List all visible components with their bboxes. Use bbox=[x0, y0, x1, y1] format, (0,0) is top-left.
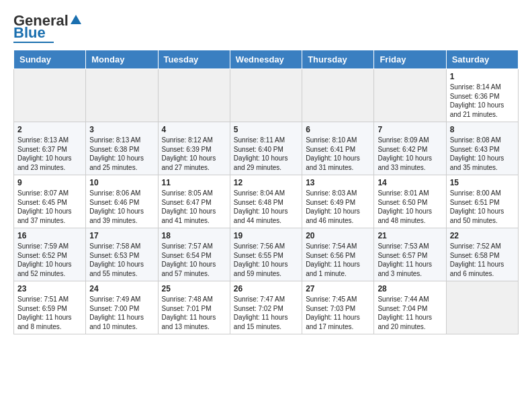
day-info: Sunrise: 8:13 AM Sunset: 6:38 PM Dayligh… bbox=[89, 136, 154, 172]
day-number: 1 bbox=[450, 72, 515, 81]
day-number: 11 bbox=[162, 178, 226, 187]
calendar-cell: 24Sunrise: 7:49 AM Sunset: 7:00 PM Dayli… bbox=[86, 281, 158, 334]
calendar-cell bbox=[230, 69, 302, 122]
day-number: 15 bbox=[450, 178, 515, 187]
day-info: Sunrise: 8:09 AM Sunset: 6:42 PM Dayligh… bbox=[378, 136, 442, 172]
calendar-cell: 12Sunrise: 8:04 AM Sunset: 6:48 PM Dayli… bbox=[230, 175, 302, 228]
calendar-cell: 27Sunrise: 7:45 AM Sunset: 7:03 PM Dayli… bbox=[302, 281, 374, 334]
calendar-cell: 4Sunrise: 8:12 AM Sunset: 6:39 PM Daylig… bbox=[158, 122, 230, 175]
calendar-cell bbox=[158, 69, 230, 122]
day-info: Sunrise: 7:51 AM Sunset: 6:59 PM Dayligh… bbox=[17, 295, 82, 331]
weekday-header-wednesday: Wednesday bbox=[230, 50, 302, 69]
calendar-cell: 19Sunrise: 7:56 AM Sunset: 6:55 PM Dayli… bbox=[230, 228, 302, 281]
page: General Blue SundayMondayTuesdayWednesda… bbox=[0, 0, 532, 341]
weekday-header-monday: Monday bbox=[86, 50, 158, 69]
day-info: Sunrise: 8:07 AM Sunset: 6:45 PM Dayligh… bbox=[17, 189, 82, 225]
day-info: Sunrise: 8:13 AM Sunset: 6:37 PM Dayligh… bbox=[17, 136, 82, 172]
logo-line bbox=[13, 42, 54, 43]
day-number: 23 bbox=[17, 284, 82, 293]
calendar-cell: 22Sunrise: 7:52 AM Sunset: 6:58 PM Dayli… bbox=[446, 228, 518, 281]
day-number: 13 bbox=[306, 178, 370, 187]
calendar-cell: 16Sunrise: 7:59 AM Sunset: 6:52 PM Dayli… bbox=[14, 228, 86, 281]
calendar-cell: 28Sunrise: 7:44 AM Sunset: 7:04 PM Dayli… bbox=[374, 281, 446, 334]
calendar-cell: 8Sunrise: 8:08 AM Sunset: 6:43 PM Daylig… bbox=[446, 122, 518, 175]
day-number: 22 bbox=[450, 231, 515, 240]
calendar-week-5: 23Sunrise: 7:51 AM Sunset: 6:59 PM Dayli… bbox=[14, 281, 519, 334]
day-number: 24 bbox=[89, 284, 154, 293]
calendar-cell: 15Sunrise: 8:00 AM Sunset: 6:51 PM Dayli… bbox=[446, 175, 518, 228]
calendar-header-row: SundayMondayTuesdayWednesdayThursdayFrid… bbox=[14, 50, 519, 69]
calendar-week-4: 16Sunrise: 7:59 AM Sunset: 6:52 PM Dayli… bbox=[14, 228, 519, 281]
day-number: 26 bbox=[234, 284, 298, 293]
calendar-cell: 6Sunrise: 8:10 AM Sunset: 6:41 PM Daylig… bbox=[302, 122, 374, 175]
day-number: 2 bbox=[17, 125, 82, 134]
calendar-week-1: 1Sunrise: 8:14 AM Sunset: 6:36 PM Daylig… bbox=[14, 69, 519, 122]
day-number: 14 bbox=[378, 178, 442, 187]
calendar-cell: 9Sunrise: 8:07 AM Sunset: 6:45 PM Daylig… bbox=[14, 175, 86, 228]
day-info: Sunrise: 7:53 AM Sunset: 6:57 PM Dayligh… bbox=[378, 242, 442, 278]
day-info: Sunrise: 8:12 AM Sunset: 6:39 PM Dayligh… bbox=[162, 136, 226, 172]
calendar-cell: 23Sunrise: 7:51 AM Sunset: 6:59 PM Dayli… bbox=[14, 281, 86, 334]
day-number: 12 bbox=[234, 178, 298, 187]
logo-blue: Blue bbox=[13, 26, 46, 40]
calendar-cell bbox=[14, 69, 86, 122]
day-number: 8 bbox=[450, 125, 515, 134]
calendar-cell bbox=[446, 281, 518, 334]
logo: General Blue bbox=[13, 13, 82, 43]
day-number: 20 bbox=[306, 231, 370, 240]
day-number: 28 bbox=[378, 284, 442, 293]
weekday-header-saturday: Saturday bbox=[446, 50, 518, 69]
day-number: 25 bbox=[162, 284, 226, 293]
day-number: 21 bbox=[378, 231, 442, 240]
calendar-week-2: 2Sunrise: 8:13 AM Sunset: 6:37 PM Daylig… bbox=[14, 122, 519, 175]
day-info: Sunrise: 7:58 AM Sunset: 6:53 PM Dayligh… bbox=[89, 242, 154, 278]
day-number: 4 bbox=[162, 125, 226, 134]
calendar-cell: 1Sunrise: 8:14 AM Sunset: 6:36 PM Daylig… bbox=[446, 69, 518, 122]
day-info: Sunrise: 8:01 AM Sunset: 6:50 PM Dayligh… bbox=[378, 189, 442, 225]
day-info: Sunrise: 7:57 AM Sunset: 6:54 PM Dayligh… bbox=[162, 242, 226, 278]
day-info: Sunrise: 7:56 AM Sunset: 6:55 PM Dayligh… bbox=[234, 242, 298, 278]
calendar-week-3: 9Sunrise: 8:07 AM Sunset: 6:45 PM Daylig… bbox=[14, 175, 519, 228]
day-info: Sunrise: 8:03 AM Sunset: 6:49 PM Dayligh… bbox=[306, 189, 370, 225]
day-number: 9 bbox=[17, 178, 82, 187]
day-info: Sunrise: 8:11 AM Sunset: 6:40 PM Dayligh… bbox=[234, 136, 298, 172]
day-info: Sunrise: 8:04 AM Sunset: 6:48 PM Dayligh… bbox=[234, 189, 298, 225]
day-number: 5 bbox=[234, 125, 298, 134]
calendar-cell: 17Sunrise: 7:58 AM Sunset: 6:53 PM Dayli… bbox=[86, 228, 158, 281]
logo-triangle-icon bbox=[70, 13, 82, 26]
calendar-cell: 7Sunrise: 8:09 AM Sunset: 6:42 PM Daylig… bbox=[374, 122, 446, 175]
day-number: 7 bbox=[378, 125, 442, 134]
calendar-cell bbox=[86, 69, 158, 122]
day-info: Sunrise: 8:05 AM Sunset: 6:47 PM Dayligh… bbox=[162, 189, 226, 225]
day-number: 10 bbox=[89, 178, 154, 187]
weekday-header-tuesday: Tuesday bbox=[158, 50, 230, 69]
day-info: Sunrise: 8:10 AM Sunset: 6:41 PM Dayligh… bbox=[306, 136, 370, 172]
calendar-cell: 11Sunrise: 8:05 AM Sunset: 6:47 PM Dayli… bbox=[158, 175, 230, 228]
day-number: 16 bbox=[17, 231, 82, 240]
calendar-cell: 21Sunrise: 7:53 AM Sunset: 6:57 PM Dayli… bbox=[374, 228, 446, 281]
day-info: Sunrise: 7:48 AM Sunset: 7:01 PM Dayligh… bbox=[162, 295, 226, 331]
calendar-cell bbox=[302, 69, 374, 122]
calendar-cell: 20Sunrise: 7:54 AM Sunset: 6:56 PM Dayli… bbox=[302, 228, 374, 281]
day-info: Sunrise: 7:47 AM Sunset: 7:02 PM Dayligh… bbox=[234, 295, 298, 331]
day-info: Sunrise: 7:44 AM Sunset: 7:04 PM Dayligh… bbox=[378, 295, 442, 331]
day-info: Sunrise: 8:08 AM Sunset: 6:43 PM Dayligh… bbox=[450, 136, 515, 172]
calendar-cell: 18Sunrise: 7:57 AM Sunset: 6:54 PM Dayli… bbox=[158, 228, 230, 281]
day-info: Sunrise: 8:00 AM Sunset: 6:51 PM Dayligh… bbox=[450, 189, 515, 225]
day-number: 17 bbox=[89, 231, 154, 240]
day-info: Sunrise: 7:45 AM Sunset: 7:03 PM Dayligh… bbox=[306, 295, 370, 331]
calendar-cell: 13Sunrise: 8:03 AM Sunset: 6:49 PM Dayli… bbox=[302, 175, 374, 228]
day-number: 18 bbox=[162, 231, 226, 240]
calendar-cell: 26Sunrise: 7:47 AM Sunset: 7:02 PM Dayli… bbox=[230, 281, 302, 334]
calendar-cell: 3Sunrise: 8:13 AM Sunset: 6:38 PM Daylig… bbox=[86, 122, 158, 175]
day-info: Sunrise: 7:49 AM Sunset: 7:00 PM Dayligh… bbox=[89, 295, 154, 331]
calendar-table: SundayMondayTuesdayWednesdayThursdayFrid… bbox=[13, 50, 519, 334]
calendar-cell: 2Sunrise: 8:13 AM Sunset: 6:37 PM Daylig… bbox=[14, 122, 86, 175]
calendar-cell: 14Sunrise: 8:01 AM Sunset: 6:50 PM Dayli… bbox=[374, 175, 446, 228]
day-info: Sunrise: 8:06 AM Sunset: 6:46 PM Dayligh… bbox=[89, 189, 154, 225]
svg-marker-0 bbox=[71, 15, 81, 24]
day-info: Sunrise: 7:52 AM Sunset: 6:58 PM Dayligh… bbox=[450, 242, 515, 278]
calendar-cell: 5Sunrise: 8:11 AM Sunset: 6:40 PM Daylig… bbox=[230, 122, 302, 175]
weekday-header-sunday: Sunday bbox=[14, 50, 86, 69]
day-number: 6 bbox=[306, 125, 370, 134]
